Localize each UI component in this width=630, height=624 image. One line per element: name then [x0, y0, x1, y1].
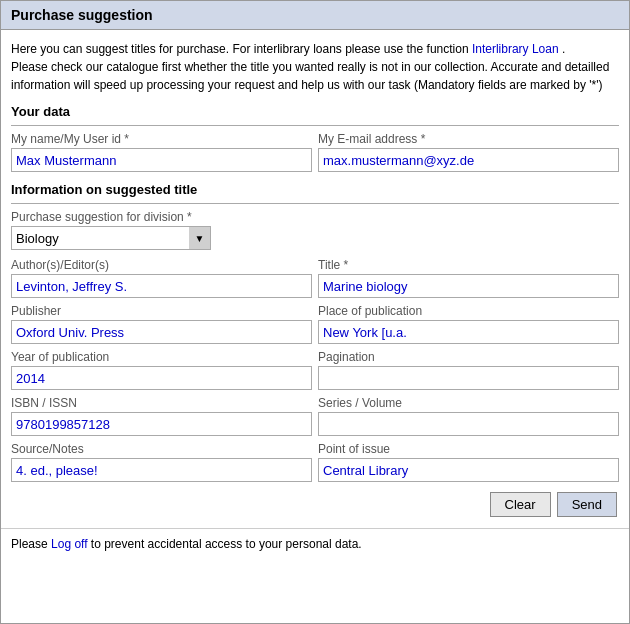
title-bar: Purchase suggestion [1, 1, 629, 30]
intro-text: Here you can suggest titles for purchase… [11, 40, 619, 94]
year-col: Year of publication [11, 350, 312, 390]
name-label: My name/My User id * [11, 132, 312, 146]
place-label: Place of publication [318, 304, 619, 318]
isbn-input[interactable] [11, 412, 312, 436]
year-input[interactable] [11, 366, 312, 390]
content-area: Here you can suggest titles for purchase… [1, 30, 629, 522]
divider-1 [11, 125, 619, 126]
name-col: My name/My User id * [11, 132, 312, 172]
info-section: Information on suggested title [11, 182, 619, 197]
author-col: Author(s)/Editor(s) [11, 258, 312, 298]
isbn-series-row: ISBN / ISSN Series / Volume [11, 396, 619, 436]
name-email-row: My name/My User id * My E-mail address * [11, 132, 619, 172]
intro-line1-pre: Here you can suggest titles for purchase… [11, 42, 472, 56]
pagination-label: Pagination [318, 350, 619, 364]
source-label: Source/Notes [11, 442, 312, 456]
your-data-section: Your data [11, 104, 619, 119]
footer-pre: Please [11, 537, 51, 551]
division-select-wrapper: Biology ▼ [11, 226, 211, 250]
publisher-col: Publisher [11, 304, 312, 344]
email-input[interactable] [318, 148, 619, 172]
point-input[interactable] [318, 458, 619, 482]
series-input[interactable] [318, 412, 619, 436]
place-input[interactable] [318, 320, 619, 344]
email-label: My E-mail address * [318, 132, 619, 146]
logoff-link[interactable]: Log off [51, 537, 87, 551]
author-input[interactable] [11, 274, 312, 298]
main-container: Purchase suggestion Here you can suggest… [0, 0, 630, 624]
interlibrary-loan-link[interactable]: Interlibrary Loan [472, 42, 559, 56]
publisher-place-row: Publisher Place of publication [11, 304, 619, 344]
place-col: Place of publication [318, 304, 619, 344]
name-input[interactable] [11, 148, 312, 172]
title-col: Title * [318, 258, 619, 298]
email-col: My E-mail address * [318, 132, 619, 172]
isbn-col: ISBN / ISSN [11, 396, 312, 436]
pagination-col: Pagination [318, 350, 619, 390]
source-col: Source/Notes [11, 442, 312, 482]
point-label: Point of issue [318, 442, 619, 456]
isbn-label: ISBN / ISSN [11, 396, 312, 410]
year-label: Year of publication [11, 350, 312, 364]
intro-line2: Please check our catalogue first whether… [11, 60, 609, 92]
series-label: Series / Volume [318, 396, 619, 410]
series-col: Series / Volume [318, 396, 619, 436]
title-label: Title * [318, 258, 619, 272]
page-title: Purchase suggestion [11, 7, 153, 23]
division-row: Purchase suggestion for division * Biolo… [11, 210, 619, 250]
action-buttons-row: Clear Send [11, 492, 619, 517]
year-pagination-row: Year of publication Pagination [11, 350, 619, 390]
pagination-input[interactable] [318, 366, 619, 390]
clear-button[interactable]: Clear [490, 492, 551, 517]
division-label: Purchase suggestion for division * [11, 210, 619, 224]
division-select[interactable]: Biology [11, 226, 211, 250]
source-input[interactable] [11, 458, 312, 482]
source-point-row: Source/Notes Point of issue [11, 442, 619, 482]
footer: Please Log off to prevent accidental acc… [1, 528, 629, 559]
publisher-input[interactable] [11, 320, 312, 344]
footer-post: to prevent accidental access to your per… [88, 537, 362, 551]
point-col: Point of issue [318, 442, 619, 482]
divider-2 [11, 203, 619, 204]
title-input[interactable] [318, 274, 619, 298]
publisher-label: Publisher [11, 304, 312, 318]
author-title-row: Author(s)/Editor(s) Title * [11, 258, 619, 298]
intro-line1-post: . [559, 42, 566, 56]
author-label: Author(s)/Editor(s) [11, 258, 312, 272]
send-button[interactable]: Send [557, 492, 617, 517]
